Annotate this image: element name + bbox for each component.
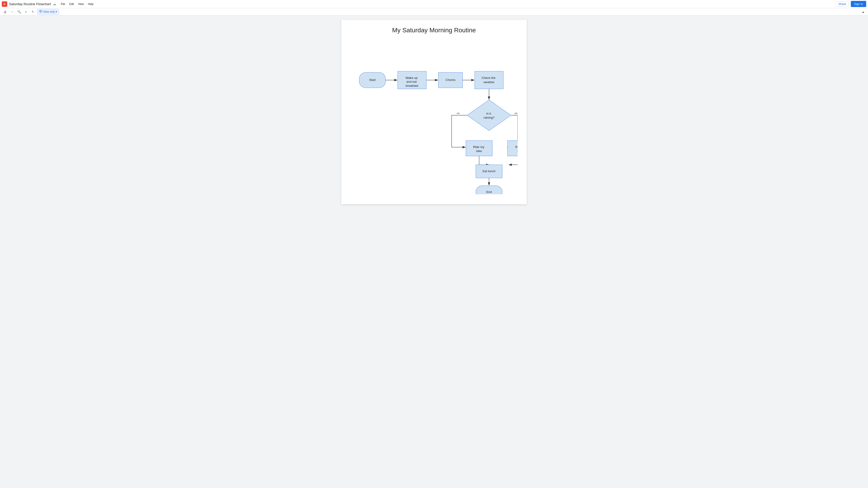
menu-view[interactable]: View — [76, 2, 86, 6]
cursor-button[interactable]: ↖ — [30, 8, 36, 15]
canvas-area: My Saturday Morning Routine Start Wake u… — [0, 15, 868, 488]
end-label: End — [486, 190, 492, 194]
eye-icon — [39, 10, 42, 13]
arrow-no-bike — [452, 115, 467, 147]
collapse-button[interactable]: ▴ — [860, 8, 866, 15]
topbar: D Saturday Routine Flowchart ☁ File Edit… — [0, 0, 868, 8]
svg-point-2 — [40, 11, 41, 12]
view-only-button[interactable]: View only ▾ — [37, 9, 59, 14]
chevron-down-icon: ▾ — [56, 10, 57, 13]
print-icon: 🖨 — [3, 10, 6, 13]
no-label: no — [457, 111, 460, 115]
arrow-book-lunch — [509, 156, 518, 165]
flowchart: Start Wake up and eat breakfast Chores C… — [350, 41, 518, 194]
chevron-up-icon: ▴ — [862, 10, 864, 13]
cloud-icon: ☁ — [53, 2, 56, 6]
diamond-node — [467, 100, 511, 131]
menu-help[interactable]: Help — [86, 2, 95, 6]
menu-bar: File Edit View Help — [59, 2, 95, 6]
right-actions: Share Sign in — [835, 1, 866, 7]
signin-button[interactable]: Sign in — [851, 1, 866, 7]
print-button[interactable]: 🖨 — [2, 8, 8, 15]
zoom-control: − 🔍 + — [9, 8, 29, 15]
zoom-out-button[interactable]: − — [9, 8, 16, 15]
app-icon: D — [2, 1, 7, 7]
arrow-bike-lunch — [479, 156, 489, 165]
start-label: Start — [369, 78, 376, 82]
zoom-fit-button[interactable]: 🔍 — [16, 8, 22, 15]
flowchart-title: My Saturday Morning Routine — [350, 27, 518, 34]
cursor-icon: ↖ — [32, 10, 34, 13]
chores-label: Chores — [445, 78, 456, 82]
yes-label: yes — [515, 111, 518, 115]
checkweather-node — [475, 71, 503, 89]
zoom-in-icon: + — [25, 10, 27, 13]
menu-edit[interactable]: Edit — [67, 2, 76, 6]
document: My Saturday Morning Routine Start Wake u… — [341, 20, 527, 204]
zoom-in-button[interactable]: + — [23, 8, 29, 15]
zoom-icon: 🔍 — [17, 10, 21, 13]
document-title: Saturday Routine Flowchart — [9, 2, 51, 6]
toolbar: 🖨 − 🔍 + ↖ View only ▾ ▴ — [0, 8, 868, 15]
wakeup-label: Wake up and eat breakfast — [405, 76, 418, 87]
svg-text:D: D — [4, 3, 5, 5]
view-only-label: View only — [43, 10, 55, 13]
eatlunch-label: Eat lunch — [483, 169, 495, 173]
share-button[interactable]: Share — [835, 1, 849, 7]
zoom-out-icon: − — [11, 10, 13, 13]
menu-file[interactable]: File — [59, 2, 67, 6]
